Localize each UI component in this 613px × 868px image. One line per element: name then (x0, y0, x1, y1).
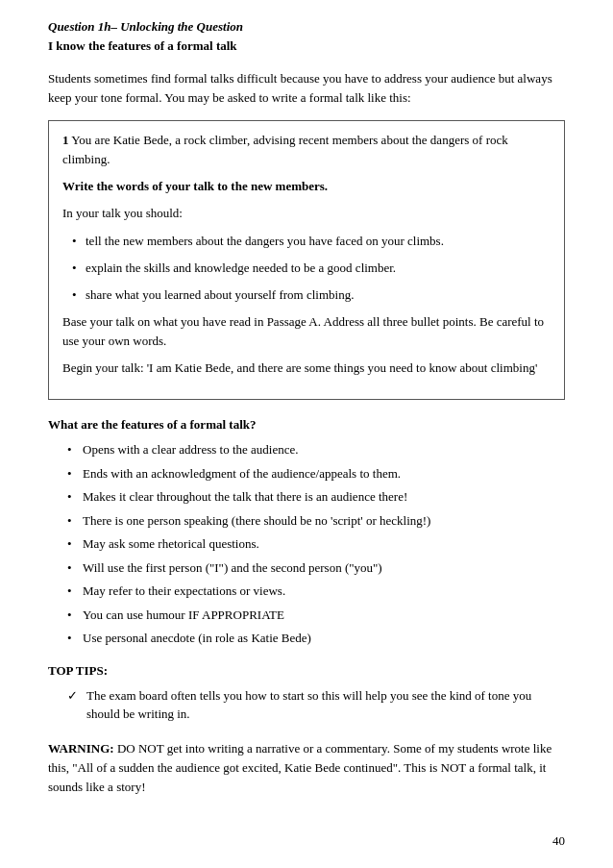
bullet-item-1: tell the new members about the dangers y… (72, 232, 551, 251)
feature-item-5: May ask some rhetorical questions. (67, 534, 565, 554)
warning-text: DO NOT get into writing a narrative or a… (48, 741, 552, 794)
warning-section: WARNING: DO NOT get into writing a narra… (48, 739, 565, 797)
question-context: 1 You are Katie Bede, a rock climber, ad… (62, 131, 551, 169)
task-bullets: tell the new members about the dangers y… (62, 232, 551, 305)
feature-item-8: You can use humour IF APPROPRIATE (67, 606, 565, 625)
top-tips-title: TOP TIPS: (48, 663, 565, 679)
intro-text: Students sometimes find formal talks dif… (48, 69, 565, 107)
begin-text: Begin your talk: 'I am Katie Bede, and t… (62, 359, 551, 378)
bullet-item-2: explain the skills and knowledge needed … (72, 259, 551, 278)
question-title: Question 1h– Unlocking the Question (48, 19, 565, 35)
page-number: 40 (552, 833, 565, 849)
feature-item-7: May refer to their expectations or views… (67, 582, 565, 601)
question-box: 1 You are Katie Bede, a rock climber, ad… (48, 120, 565, 400)
warning-label: WARNING: (48, 741, 114, 756)
feature-item-3: Makes it clear throughout the talk that … (67, 487, 565, 507)
features-list: Opens with a clear address to the audien… (48, 440, 565, 648)
page: Question 1h– Unlocking the Question I kn… (0, 0, 613, 868)
base-text: Base your talk on what you have read in … (62, 312, 551, 351)
feature-item-2: Ends with an acknowledgment of the audie… (67, 464, 565, 484)
write-instruction: Write the words of your talk to the new … (62, 177, 551, 196)
top-tips-section: TOP TIPS: The exam board often tells you… (48, 663, 565, 724)
feature-item-1: Opens with a clear address to the audien… (67, 440, 565, 459)
bullet-item-3: share what you learned about yourself fr… (72, 285, 551, 305)
feature-item-9: Use personal anecdote (in role as Katie … (67, 629, 565, 648)
top-tip-item-1: The exam board often tells you how to st… (67, 686, 565, 724)
question-number: 1 (62, 133, 69, 147)
feature-item-4: There is one person speaking (there shou… (67, 511, 565, 531)
in-your-talk-label: In your talk you should: (62, 204, 551, 223)
question-subtitle: I know the features of a formal talk (48, 38, 565, 54)
features-section: What are the features of a formal talk? … (48, 417, 565, 648)
features-title: What are the features of a formal talk? (48, 417, 565, 433)
question-context-text: You are Katie Bede, a rock climber, advi… (62, 133, 508, 166)
top-tips-list: The exam board often tells you how to st… (48, 686, 565, 724)
feature-item-6: Will use the first person ("I") and the … (67, 558, 565, 578)
